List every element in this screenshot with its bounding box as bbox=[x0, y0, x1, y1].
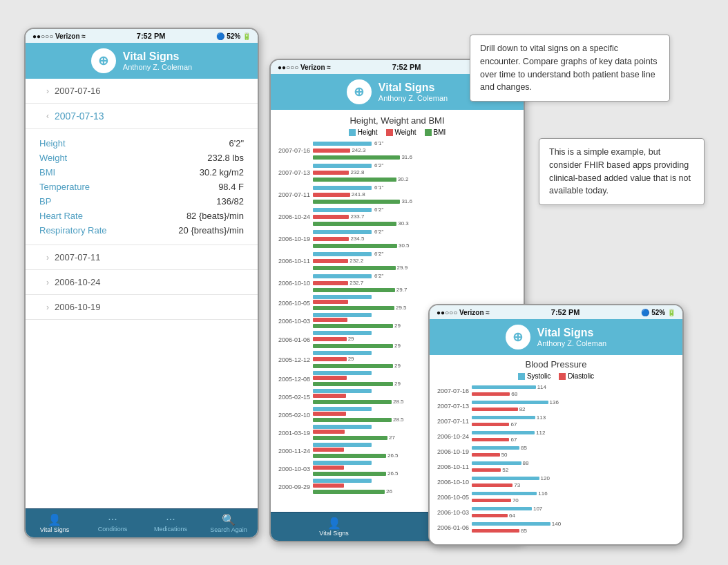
chevron-icon-2: ‹ bbox=[46, 111, 49, 121]
bp-chart-title: Blood Pressure bbox=[434, 359, 678, 370]
legend-height-label: Height bbox=[358, 128, 378, 136]
app-header-1: ⊕ Vital Signs Anthony Z. Coleman bbox=[26, 43, 258, 79]
vital-label-bmi: BMI bbox=[39, 167, 55, 178]
time-1: 7:52 PM bbox=[137, 32, 166, 40]
chart-title-2: Height, Weight and BMI bbox=[275, 115, 519, 126]
carrier-signal-1: ●●○○○ Verizon ≈ bbox=[32, 32, 86, 40]
date-label-4: 2006-10-24 bbox=[55, 277, 101, 287]
date-row-1[interactable]: › 2007-07-16 bbox=[26, 79, 258, 104]
vital-row-height: Height 6'2" bbox=[39, 136, 244, 151]
status-bar-1: ●●○○○ Verizon ≈ 7:52 PM 🔵 52% 🔋 bbox=[26, 29, 258, 43]
app-title-1: Vital Signs bbox=[123, 50, 192, 63]
chevron-icon-4: › bbox=[46, 278, 49, 287]
chevron-icon-1: › bbox=[46, 86, 49, 96]
legend-diastolic-dot bbox=[559, 373, 566, 380]
dots-icon-2: ··· bbox=[143, 513, 198, 526]
app-logo-3: ⊕ bbox=[506, 325, 530, 349]
phone3-frame: ●●○○○ Verizon ≈ 7:52 PM 🔵 52% 🔋 ⊕ Vital … bbox=[428, 304, 684, 546]
tab-label-vital-2: Vital Signs bbox=[319, 530, 348, 537]
vital-label-temp: Temperature bbox=[39, 182, 90, 192]
vital-list: › 2007-07-16 ‹ 2007-07-13 Height 6'2" We… bbox=[26, 79, 258, 508]
search-icon-1: 🔍 bbox=[201, 513, 256, 526]
person-icon-1: 👤 bbox=[27, 513, 82, 526]
app-logo-2: ⊕ bbox=[347, 79, 372, 104]
bp-row: 2007-07-1111367 bbox=[434, 414, 678, 428]
tab-label-search-1: Search Again bbox=[210, 526, 247, 533]
chevron-icon-3: › bbox=[46, 253, 49, 262]
tab-vital-2[interactable]: 👤 Vital Signs bbox=[271, 513, 397, 541]
person-icon-2: 👤 bbox=[272, 517, 396, 530]
chart-legend-2: Height Weight BMI bbox=[275, 128, 519, 136]
legend-bmi-dot bbox=[425, 129, 432, 136]
carrier-3: ●●○○○ Verizon ≈ bbox=[437, 309, 490, 316]
bp-chart-legend: Systolic Diastolic bbox=[434, 372, 678, 380]
hwbmi-row: 2007-07-136'2"232.830.2 bbox=[275, 162, 519, 182]
legend-weight: Weight bbox=[386, 128, 416, 136]
vital-value-temp: 98.4 F bbox=[218, 182, 244, 192]
vital-value-bmi: 30.2 kg/m2 bbox=[200, 167, 244, 178]
tab-label-med-1: Medications bbox=[154, 526, 187, 533]
tooltip-2-text: This is a simple example, but consider F… bbox=[549, 147, 691, 195]
bp-row: 2006-10-198550 bbox=[434, 445, 678, 458]
vital-row-bmi: BMI 30.2 kg/m2 bbox=[39, 165, 244, 180]
tab-bar-1: 👤 Vital Signs ··· Conditions ··· Medicat… bbox=[26, 508, 258, 537]
tab-conditions-1[interactable]: ··· Conditions bbox=[84, 509, 142, 537]
bp-row: 2006-10-118852 bbox=[434, 460, 678, 473]
date-label-5: 2006-10-19 bbox=[55, 302, 101, 312]
vital-label-height: Height bbox=[39, 138, 66, 149]
tab-search-1[interactable]: 🔍 Search Again bbox=[200, 509, 258, 537]
hwbmi-row: 2007-07-116'1"241.831.6 bbox=[275, 184, 519, 204]
date-row-3[interactable]: › 2007-07-11 bbox=[26, 245, 258, 270]
legend-height-dot bbox=[349, 129, 356, 136]
date-row-2[interactable]: ‹ 2007-07-13 bbox=[26, 104, 258, 129]
hwbmi-row: 2007-07-166'1"242.331.6 bbox=[275, 140, 519, 160]
time-3: 7:52 PM bbox=[551, 308, 580, 316]
legend-weight-dot bbox=[386, 129, 393, 136]
app-logo-1: ⊕ bbox=[91, 48, 116, 73]
vital-label-hr: Heart Rate bbox=[39, 211, 83, 221]
hwbmi-row: 2006-10-106'2"232.729.7 bbox=[275, 273, 519, 293]
date-label-1: 2007-07-16 bbox=[55, 86, 101, 96]
dots-icon-1: ··· bbox=[85, 513, 140, 526]
legend-height: Height bbox=[349, 128, 378, 136]
vital-row-rr: Respiratory Rate 20 {breaths}/min bbox=[39, 223, 244, 238]
app-title-3: Vital Signs bbox=[537, 327, 606, 339]
tab-vital-signs-1[interactable]: 👤 Vital Signs bbox=[26, 509, 84, 537]
legend-systolic-label: Systolic bbox=[527, 372, 550, 380]
tooltip-2: This is a simple example, but consider F… bbox=[539, 138, 705, 205]
vital-row-weight: Weight 232.8 lbs bbox=[39, 151, 244, 165]
vital-value-hr: 82 {beats}/min bbox=[186, 211, 244, 221]
battery-1: 🔵 52% 🔋 bbox=[216, 32, 251, 40]
hwbmi-row: 2006-10-196'2"234.530.5 bbox=[275, 229, 519, 249]
time-2: 7:52 PM bbox=[392, 63, 421, 71]
battery-3: 🔵 52% 🔋 bbox=[641, 309, 676, 316]
tab-medications-1[interactable]: ··· Medications bbox=[142, 509, 200, 537]
vital-label-rr: Respiratory Rate bbox=[39, 225, 107, 236]
date-label-3: 2007-07-11 bbox=[55, 252, 101, 262]
app-subtitle-2: Anthony Z. Coleman bbox=[379, 94, 448, 102]
legend-bmi: BMI bbox=[425, 128, 446, 136]
bp-chart: 2007-07-16114682007-07-13136822007-07-11… bbox=[434, 384, 678, 534]
bp-row: 2006-01-0614085 bbox=[434, 521, 678, 534]
carrier-2: ●●○○○ Verizon ≈ bbox=[278, 64, 331, 71]
legend-bmi-label: BMI bbox=[434, 128, 446, 136]
legend-systolic: Systolic bbox=[518, 372, 550, 380]
app-subtitle-3: Anthony Z. Coleman bbox=[537, 339, 606, 347]
vital-value-bp: 136/82 bbox=[216, 196, 244, 207]
vital-row-bp: BP 136/82 bbox=[39, 194, 244, 209]
tooltip-1-text: Drill down to vital signs on a specific … bbox=[480, 44, 657, 92]
tooltip-1: Drill down to vital signs on a specific … bbox=[470, 35, 670, 102]
bp-row: 2006-10-0310764 bbox=[434, 506, 678, 519]
date-row-4[interactable]: › 2006-10-24 bbox=[26, 270, 258, 295]
hwbmi-row: 2006-10-116'2"232.229.9 bbox=[275, 251, 519, 271]
tab-label-cond-1: Conditions bbox=[98, 526, 128, 533]
legend-systolic-dot bbox=[518, 373, 525, 380]
legend-weight-label: Weight bbox=[395, 128, 416, 136]
app-subtitle-1: Anthony Z. Coleman bbox=[123, 63, 192, 71]
date-row-5[interactable]: › 2006-10-19 bbox=[26, 295, 258, 320]
app-title-2: Vital Signs bbox=[379, 82, 448, 94]
bp-chart-area: Blood Pressure Systolic Diastolic 2007-0… bbox=[430, 355, 682, 544]
vital-value-rr: 20 {breaths}/min bbox=[178, 225, 244, 236]
vitals-detail: Height 6'2" Weight 232.8 lbs BMI 30.2 kg… bbox=[26, 129, 258, 245]
vital-label-weight: Weight bbox=[39, 153, 67, 163]
